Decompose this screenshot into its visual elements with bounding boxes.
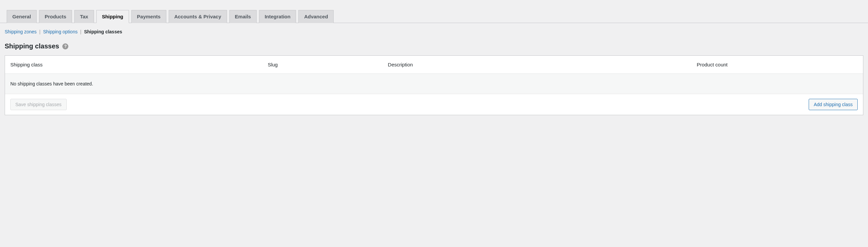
tab-accounts-privacy[interactable]: Accounts & Privacy bbox=[169, 10, 227, 23]
subnav-shipping-options[interactable]: Shipping options bbox=[43, 29, 78, 34]
shipping-classes-table: Shipping class Slug Description Product … bbox=[5, 56, 863, 115]
tab-shipping[interactable]: Shipping bbox=[96, 10, 129, 23]
tab-general[interactable]: General bbox=[7, 10, 37, 23]
tab-emails[interactable]: Emails bbox=[229, 10, 257, 23]
separator: | bbox=[80, 29, 83, 34]
save-shipping-classes-button: Save shipping classes bbox=[10, 99, 67, 110]
tab-integration[interactable]: Integration bbox=[259, 10, 296, 23]
settings-tabs: General Products Tax Shipping Payments A… bbox=[0, 10, 868, 23]
help-icon[interactable]: ? bbox=[62, 44, 68, 49]
col-slug: Slug bbox=[262, 56, 382, 74]
page-title: Shipping classes bbox=[5, 43, 59, 50]
col-product-count: Product count bbox=[691, 56, 863, 74]
empty-message: No shipping classes have been created. bbox=[5, 74, 863, 94]
tab-advanced[interactable]: Advanced bbox=[298, 10, 334, 23]
table-row-empty: No shipping classes have been created. bbox=[5, 74, 863, 94]
separator: | bbox=[39, 29, 42, 34]
shipping-classes-table-wrap: Shipping class Slug Description Product … bbox=[5, 55, 863, 115]
table-footer-actions: Save shipping classes Add shipping class bbox=[10, 99, 858, 110]
col-shipping-class: Shipping class bbox=[5, 56, 262, 74]
tab-payments[interactable]: Payments bbox=[131, 10, 166, 23]
col-description: Description bbox=[383, 56, 692, 74]
add-shipping-class-button[interactable]: Add shipping class bbox=[809, 99, 858, 110]
tab-tax[interactable]: Tax bbox=[74, 10, 94, 23]
subnav-shipping-zones[interactable]: Shipping zones bbox=[5, 29, 37, 34]
subnav-shipping-classes: Shipping classes bbox=[84, 29, 122, 34]
tab-products[interactable]: Products bbox=[39, 10, 72, 23]
shipping-subnav: Shipping zones | Shipping options | Ship… bbox=[0, 23, 868, 34]
page-header: Shipping classes ? bbox=[0, 34, 868, 55]
